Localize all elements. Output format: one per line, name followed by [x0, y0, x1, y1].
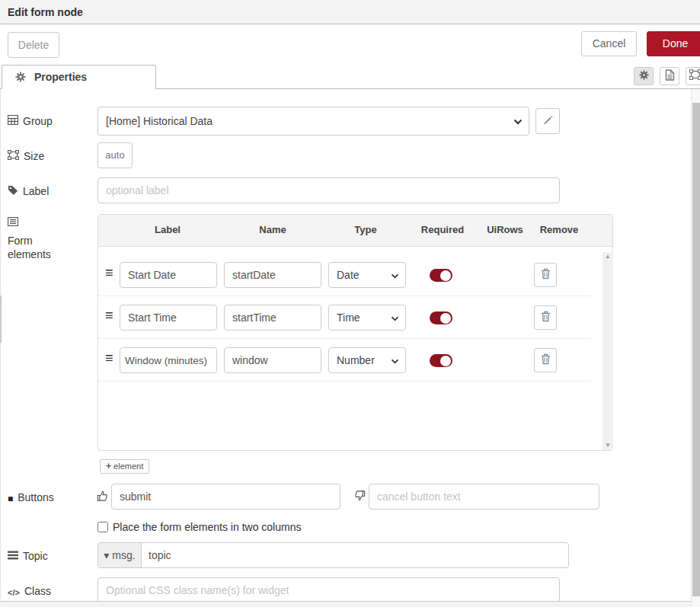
element-name-input[interactable] [224, 305, 321, 331]
caret-down-icon: ▾ [104, 549, 109, 561]
tasks-icon [8, 549, 18, 563]
remove-element-button[interactable] [534, 348, 557, 372]
done-button[interactable]: Done [647, 31, 700, 56]
tray-bottom-edge [0, 601, 700, 607]
delete-button[interactable]: Delete [8, 32, 59, 58]
label-input[interactable] [97, 177, 560, 203]
element-name-input[interactable] [224, 347, 321, 373]
size-field-label: Size [8, 149, 44, 163]
scroll-up-icon[interactable]: ▲ [603, 252, 613, 261]
group-field-label: Group [8, 114, 53, 128]
table-icon [8, 114, 18, 128]
form-elements-table-header: Label Name Type Required UiRows Remove [98, 215, 612, 247]
properties-tab-button[interactable] [634, 67, 654, 85]
document-icon [665, 69, 675, 84]
trash-icon [541, 268, 551, 283]
topic-prefix-label: msg. [112, 549, 135, 561]
thumbs-up-icon [97, 490, 108, 505]
tab-properties[interactable]: Properties [2, 65, 156, 89]
code-icon: </> [8, 586, 20, 599]
dialog-button-bar: Delete Cancel Done [0, 25, 700, 64]
form-element-row: ≡ Number [98, 339, 591, 382]
gear-icon [15, 72, 29, 85]
size-button[interactable]: auto [97, 142, 133, 168]
scrollbar-thumb[interactable] [692, 103, 700, 596]
trash-icon [541, 353, 551, 368]
topic-typed-input[interactable]: ▾ msg. topic [97, 542, 569, 568]
pencil-icon [543, 115, 553, 127]
dialog-title: Edit form node [0, 0, 700, 24]
element-label-input[interactable] [120, 347, 217, 373]
appearance-tab-button[interactable] [686, 67, 700, 85]
drag-handle-icon[interactable]: ≡ [105, 350, 113, 366]
plus-icon: + [106, 461, 111, 471]
col-header-name: Name [259, 224, 286, 235]
object-group-icon [8, 149, 19, 163]
topic-type-selector[interactable]: ▾ msg. [98, 543, 142, 567]
description-tab-button[interactable] [660, 67, 679, 85]
buttons-field-label: ■ Buttons [8, 490, 54, 506]
drag-handle-icon[interactable]: ≡ [105, 308, 113, 324]
element-label-input[interactable] [120, 262, 217, 288]
chevron-down-icon [391, 354, 399, 366]
form-elements-field-label: Form elements [8, 216, 73, 261]
chevron-down-icon [391, 269, 399, 281]
trash-icon [541, 311, 551, 325]
tag-icon [8, 184, 18, 199]
main-scrollbar[interactable] [691, 89, 700, 607]
element-type-select[interactable]: Number [328, 347, 406, 373]
chevron-down-icon [391, 311, 399, 324]
tray-resize-grip[interactable] [0, 296, 2, 343]
element-name-input[interactable] [224, 262, 321, 288]
col-header-remove: Remove [540, 224, 579, 235]
form-element-row: ≡ Time [98, 296, 591, 339]
element-type-select[interactable]: Date [328, 262, 406, 288]
col-header-uirows: UiRows [487, 224, 523, 235]
edit-group-button[interactable] [535, 108, 560, 134]
add-element-button[interactable]: + element [100, 459, 149, 474]
col-header-required: Required [421, 224, 464, 235]
group-select[interactable]: [Home] Historical Data [97, 107, 529, 136]
two-columns-label: Place the form elements in two columns [113, 521, 301, 533]
topic-field-label: Topic [8, 549, 48, 563]
form-elements-table: Label Name Type Required UiRows Remove ≡… [97, 214, 613, 451]
class-field-label: </> Class [8, 584, 51, 599]
col-header-label: Label [155, 224, 181, 235]
tray-left-edge [0, 89, 1, 607]
required-toggle[interactable] [430, 354, 452, 367]
label-field-label: Label [8, 184, 49, 199]
scroll-down-icon[interactable]: ▼ [603, 441, 613, 450]
tab-bar: Properties [0, 64, 700, 89]
node-appearance-icon [689, 69, 700, 83]
square-icon: ■ [8, 492, 13, 506]
element-type-select[interactable]: Time [328, 305, 406, 331]
edit-form-node-dialog: Edit form node Delete Cancel Done Proper… [0, 0, 700, 607]
group-select-value: [Home] Historical Data [106, 115, 213, 127]
tab-properties-label: Properties [34, 71, 87, 83]
required-toggle[interactable] [430, 311, 452, 324]
remove-element-button[interactable] [534, 263, 557, 287]
col-header-type: Type [354, 224, 376, 235]
two-columns-checkbox[interactable] [97, 522, 108, 532]
cancel-button[interactable]: Cancel [581, 31, 637, 56]
chevron-down-icon [513, 115, 523, 127]
thumbs-down-icon [354, 490, 366, 505]
topic-value: topic [142, 549, 171, 561]
required-toggle[interactable] [430, 269, 452, 282]
table-scrollbar[interactable]: ▲ ▼ [603, 252, 613, 450]
cancel-button-text-input[interactable] [369, 484, 599, 510]
element-label-input[interactable] [120, 305, 217, 331]
two-columns-option: Place the form elements in two columns [97, 521, 301, 533]
form-element-row: ≡ Date [98, 254, 591, 296]
gear-icon [639, 69, 649, 83]
submit-button-text-input[interactable] [111, 484, 340, 510]
class-input[interactable] [97, 577, 560, 603]
remove-element-button[interactable] [534, 305, 557, 330]
drag-handle-icon[interactable]: ≡ [105, 265, 113, 281]
list-alt-icon [8, 216, 18, 229]
